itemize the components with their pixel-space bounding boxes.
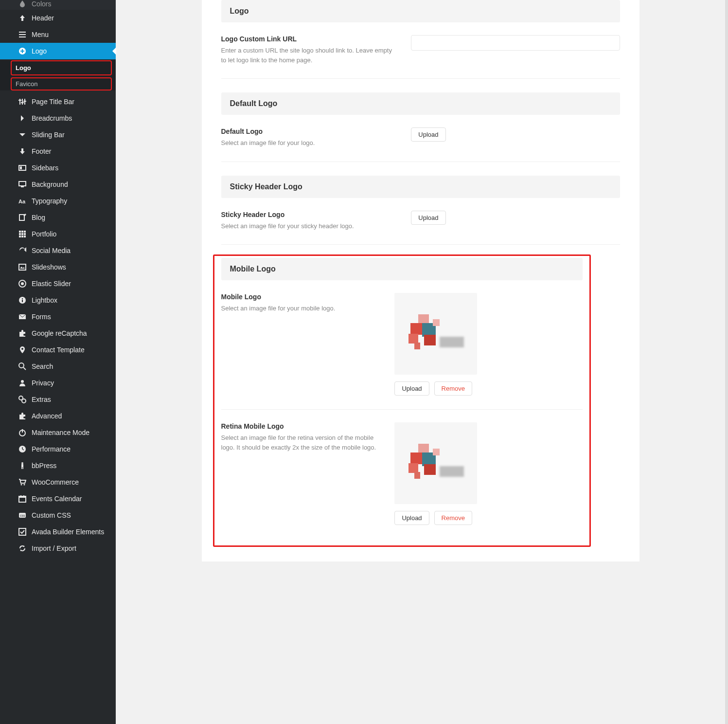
sidebar-item-label: Avada Builder Elements bbox=[18, 528, 104, 536]
sidebar-item-typography[interactable]: Aa Typography bbox=[0, 193, 116, 209]
sidebar-item-forms[interactable]: Forms bbox=[0, 308, 116, 325]
field-desc: Select an image file for your logo. bbox=[221, 138, 397, 148]
sidebar-item-privacy[interactable]: Privacy bbox=[0, 375, 116, 391]
sidebar-sub-item-favicon[interactable]: Favicon bbox=[16, 79, 107, 89]
sidebar-item-custom-css[interactable]: css Custom CSS bbox=[0, 507, 116, 524]
sidebar-item-maintenance-mode[interactable]: Maintenance Mode bbox=[0, 424, 116, 441]
sidebar-item-breadcrumbs[interactable]: Breadcrumbs bbox=[0, 110, 116, 127]
pixel-logo-image bbox=[405, 311, 467, 356]
check-icon bbox=[18, 528, 27, 536]
svg-rect-21 bbox=[19, 233, 21, 235]
sidebar-item-label: Contact Template bbox=[18, 346, 85, 354]
upload-button[interactable]: Upload bbox=[411, 127, 445, 142]
edit-icon bbox=[18, 214, 27, 221]
svg-rect-11 bbox=[23, 101, 26, 102]
sidebar-item-slideshows[interactable]: Slideshows bbox=[0, 259, 116, 275]
sub-item-label: Favicon bbox=[16, 80, 38, 88]
sidebar-item-logo[interactable]: Logo bbox=[0, 43, 116, 59]
css-icon: css bbox=[18, 511, 27, 519]
drop-icon bbox=[18, 0, 27, 8]
sidebar-item-footer[interactable]: Footer bbox=[0, 143, 116, 160]
sub-item-label: Logo bbox=[16, 64, 31, 72]
sidebar-item-portfolio[interactable]: Portfolio bbox=[0, 226, 116, 242]
svg-rect-10 bbox=[21, 102, 24, 103]
sidebar-item-header[interactable]: Header bbox=[0, 10, 116, 26]
svg-rect-51 bbox=[20, 495, 21, 497]
section-head-default-logo: Default Logo bbox=[221, 92, 620, 115]
svg-rect-15 bbox=[21, 186, 24, 187]
cart-icon bbox=[18, 478, 27, 486]
sidebar-item-lightbox[interactable]: Lightbox bbox=[0, 292, 116, 308]
sidebar-sub-item-logo[interactable]: Logo bbox=[16, 62, 107, 73]
sidebar-item-label: Google reCaptcha bbox=[18, 329, 87, 337]
field-retina-mobile-logo: Retina Mobile Logo Select an image file … bbox=[221, 410, 583, 539]
plus-circle-icon bbox=[18, 47, 27, 55]
sidebar-item-extras[interactable]: Extras bbox=[0, 391, 116, 408]
sidebar-item-avada-builder-elements[interactable]: Avada Builder Elements bbox=[0, 524, 116, 540]
svg-text:css: css bbox=[20, 514, 25, 517]
sidebar-item-bbpress[interactable]: bbPress bbox=[0, 457, 116, 474]
image-icon bbox=[18, 263, 27, 271]
sidebar-item-contact-template[interactable]: Contact Template bbox=[0, 342, 116, 358]
sidebar-item-performance[interactable]: Performance bbox=[0, 441, 116, 457]
svg-point-48 bbox=[24, 484, 25, 486]
menu-icon bbox=[18, 31, 27, 38]
sidebar-item-label: Events Calendar bbox=[18, 495, 82, 503]
sidebar-item-elastic-slider[interactable]: Elastic Slider bbox=[0, 275, 116, 292]
svg-point-34 bbox=[21, 348, 23, 350]
calendar-icon bbox=[18, 495, 27, 503]
mail-icon bbox=[18, 313, 27, 321]
grid-icon bbox=[18, 230, 27, 238]
svg-rect-6 bbox=[19, 99, 20, 105]
svg-text:Aa: Aa bbox=[18, 199, 26, 204]
sidebar-item-woocommerce[interactable]: WooCommerce bbox=[0, 474, 116, 490]
svg-rect-55 bbox=[19, 528, 26, 535]
sidebar-item-sidebars[interactable]: Sidebars bbox=[0, 160, 116, 176]
sidebar-item-page-title-bar[interactable]: Page Title Bar bbox=[0, 93, 116, 110]
power-icon bbox=[18, 429, 27, 436]
disc-icon bbox=[18, 280, 27, 288]
clock-icon bbox=[18, 445, 27, 453]
logo-custom-link-input[interactable] bbox=[411, 35, 620, 51]
sidebar-item-import-export[interactable]: Import / Export bbox=[0, 540, 116, 557]
field-desc: Enter a custom URL the site logo should … bbox=[221, 46, 397, 65]
svg-rect-32 bbox=[22, 298, 23, 299]
field-logo-custom-link: Logo Custom Link URL Enter a custom URL … bbox=[221, 22, 620, 79]
svg-point-43 bbox=[21, 462, 23, 464]
upload-button[interactable]: Upload bbox=[394, 511, 429, 525]
field-title: Default Logo bbox=[221, 127, 397, 135]
sidebar-sub-items: Logo Favicon bbox=[0, 60, 116, 90]
sidebar-item-google-recaptcha[interactable]: Google reCaptcha bbox=[0, 325, 116, 342]
puzzle-icon bbox=[18, 329, 27, 337]
main-outer: Logo Logo Custom Link URL Enter a custom… bbox=[116, 0, 728, 724]
svg-rect-25 bbox=[21, 235, 23, 237]
pixel-logo-image bbox=[405, 441, 467, 486]
field-desc: Select an image file for the retina vers… bbox=[221, 433, 380, 452]
upload-button[interactable]: Upload bbox=[394, 381, 429, 396]
svg-line-36 bbox=[23, 367, 26, 370]
sidebar-item-colors[interactable]: Colors bbox=[0, 0, 116, 10]
field-title: Retina Mobile Logo bbox=[221, 422, 380, 430]
svg-rect-22 bbox=[21, 233, 23, 235]
field-desc: Select an image file for your sticky hea… bbox=[221, 221, 397, 231]
sidebar-item-events-calendar[interactable]: Events Calendar bbox=[0, 490, 116, 507]
sidebar-item-background[interactable]: Background bbox=[0, 176, 116, 193]
field-title: Logo Custom Link URL bbox=[221, 35, 397, 43]
svg-rect-7 bbox=[22, 99, 23, 105]
sidebar-item-menu[interactable]: Menu bbox=[0, 26, 116, 43]
sidebar-item-advanced[interactable]: Advanced bbox=[0, 408, 116, 424]
svg-rect-27 bbox=[19, 264, 26, 270]
sidebar-item-social-media[interactable]: Social Media bbox=[0, 242, 116, 259]
sidebar-item-search[interactable]: Search bbox=[0, 358, 116, 375]
svg-rect-0 bbox=[19, 32, 26, 33]
remove-button[interactable]: Remove bbox=[434, 381, 472, 396]
section-head-sticky: Sticky Header Logo bbox=[221, 176, 620, 198]
font-icon: Aa bbox=[18, 197, 27, 205]
upload-button[interactable]: Upload bbox=[411, 211, 445, 225]
mobile-logo-callout: Mobile Logo Mobile Logo Select an image … bbox=[213, 254, 591, 547]
svg-point-35 bbox=[19, 363, 24, 368]
remove-button[interactable]: Remove bbox=[434, 511, 472, 525]
field-title: Sticky Header Logo bbox=[221, 211, 397, 218]
sidebar-item-blog[interactable]: Blog bbox=[0, 209, 116, 226]
sidebar-item-sliding-bar[interactable]: Sliding Bar bbox=[0, 127, 116, 143]
